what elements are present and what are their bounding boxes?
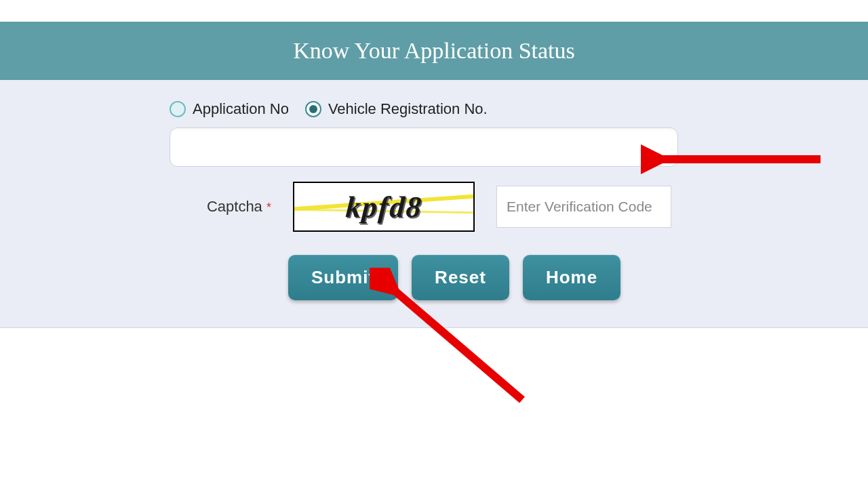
radio-vehicle-registration-no[interactable]: Vehicle Registration No. — [305, 100, 488, 118]
captcha-label: Captcha * — [170, 198, 271, 216]
captcha-label-text: Captcha — [207, 198, 262, 215]
home-button[interactable]: Home — [523, 255, 620, 300]
radio-icon — [305, 101, 321, 117]
captcha-row: Captcha * kpfd8 — [170, 182, 698, 232]
reset-button[interactable]: Reset — [412, 255, 509, 300]
captcha-text: kpfd8 — [344, 190, 423, 224]
radio-icon — [170, 101, 186, 117]
captcha-image: kpfd8 — [293, 182, 475, 232]
submit-button[interactable]: Submit — [288, 255, 398, 300]
action-button-row: Submit Reset Home — [288, 255, 698, 300]
captcha-input[interactable] — [496, 186, 671, 228]
header-band: Know Your Application Status — [0, 22, 868, 80]
required-indicator: * — [267, 201, 271, 214]
page-title: Know Your Application Status — [0, 38, 868, 64]
radio-label: Vehicle Registration No. — [328, 100, 488, 118]
radio-dot-icon — [309, 105, 317, 113]
radio-application-no[interactable]: Application No — [170, 100, 289, 118]
form-container: Application No Vehicle Registration No. … — [0, 80, 868, 328]
radio-label: Application No — [193, 100, 289, 118]
search-type-radio-group: Application No Vehicle Registration No. — [170, 100, 698, 118]
search-input[interactable] — [170, 127, 678, 167]
